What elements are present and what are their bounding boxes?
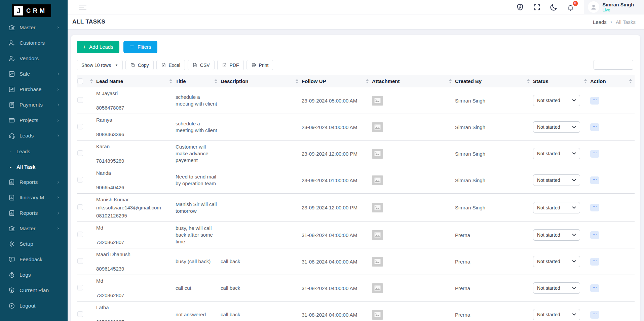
- notifications-bell-icon[interactable]: 0: [567, 3, 574, 11]
- sidebar-item-leads[interactable]: Leads: [0, 128, 68, 144]
- export-csv-button[interactable]: CSV: [188, 60, 215, 70]
- user-panel[interactable]: Simran Singh Live: [584, 0, 644, 14]
- created-by-cell: Simran Singh: [454, 87, 532, 114]
- follow-up-cell: 31-08-2024 04:00:00 AM: [301, 222, 371, 248]
- sidebar-item-vendors[interactable]: Vendors: [0, 51, 68, 66]
- sidebar-item-logs[interactable]: Logs: [0, 267, 68, 283]
- sidebar-item-sale[interactable]: Sale: [0, 66, 68, 82]
- status-dropdown[interactable]: Not started: [533, 121, 580, 133]
- table-row: Karan7814895289Customer will make advanc…: [77, 141, 635, 167]
- lead-name-cell: Maari Dhanush8096145239: [96, 248, 175, 275]
- sidebar-item-leads[interactable]: -Leads: [0, 144, 68, 159]
- lead-name: Md: [96, 278, 173, 284]
- status-dropdown[interactable]: Not started: [533, 309, 580, 320]
- fullscreen-icon[interactable]: [533, 3, 541, 11]
- description-cell: [220, 222, 301, 248]
- row-actions-button[interactable]: ...: [590, 123, 599, 131]
- sidebar-item-all-task[interactable]: -All Task: [0, 159, 68, 174]
- row-actions-button[interactable]: ...: [590, 204, 599, 211]
- attachment-cell: [371, 87, 454, 114]
- bank-icon: [8, 225, 15, 232]
- status-dropdown[interactable]: Not started: [533, 174, 580, 186]
- column-header-attachment[interactable]: Attachment: [371, 75, 454, 87]
- row-checkbox[interactable]: [77, 124, 83, 129]
- menu-toggle-icon[interactable]: [79, 4, 87, 11]
- status-cell: Not started: [532, 87, 590, 114]
- row-checkbox[interactable]: [77, 204, 83, 210]
- lead-name: Nanda: [96, 170, 173, 176]
- row-checkbox[interactable]: [77, 232, 83, 237]
- chevron-right-icon: [55, 87, 62, 91]
- select-all-checkbox[interactable]: [77, 78, 83, 84]
- status-dropdown[interactable]: Not started: [533, 95, 580, 106]
- table-row: Ramya8088463396schedule a meeting with c…: [77, 114, 635, 141]
- breadcrumb-parent[interactable]: Leads: [593, 19, 607, 25]
- status-dropdown[interactable]: Not started: [533, 229, 580, 241]
- attachment-cell: [371, 302, 454, 321]
- row-checkbox[interactable]: [77, 311, 83, 317]
- export-copy-button[interactable]: Copy: [125, 60, 154, 70]
- export-pdf-button[interactable]: PDF: [217, 60, 244, 70]
- row-actions-button[interactable]: ...: [590, 231, 599, 239]
- row-actions-button[interactable]: ...: [590, 311, 599, 319]
- all-tasks-card: + Add Leads Fliters Show 10 rows: [71, 35, 640, 321]
- brand-logo[interactable]: J CRM: [12, 4, 51, 17]
- shield-bolt-icon[interactable]: [516, 3, 524, 11]
- row-checkbox[interactable]: [77, 258, 83, 264]
- status-dropdown[interactable]: Not started: [533, 282, 580, 294]
- created-by-cell: Simran Singh: [454, 167, 532, 194]
- sidebar-item-setup[interactable]: Setup: [0, 236, 68, 252]
- status-dropdown[interactable]: Not started: [533, 256, 580, 267]
- user-check-icon: [8, 40, 15, 46]
- main-area: 0 Simran Singh Live ALL TASKS Leads › Al…: [68, 0, 644, 321]
- column-header-select[interactable]: [77, 75, 96, 87]
- filters-button[interactable]: Fliters: [123, 41, 157, 53]
- row-actions-button[interactable]: ...: [590, 150, 599, 158]
- status-cell: Not started: [532, 302, 590, 321]
- row-actions-button[interactable]: ...: [590, 97, 599, 105]
- dark-mode-moon-icon[interactable]: [550, 3, 558, 11]
- column-header-status[interactable]: Status: [532, 75, 590, 87]
- chevron-right-icon: [55, 72, 62, 76]
- sidebar-item-customers[interactable]: Customers: [0, 35, 68, 51]
- export-excel-button[interactable]: Excel: [156, 60, 185, 70]
- user-check-icon: [8, 55, 15, 62]
- sidebar-item-purchase[interactable]: Purchase: [0, 82, 68, 97]
- table-row: Nanda9066540426Need to send mail by oper…: [77, 167, 635, 194]
- row-checkbox[interactable]: [77, 285, 83, 290]
- row-actions-button[interactable]: ...: [590, 284, 599, 292]
- row-actions-button[interactable]: ...: [590, 176, 599, 184]
- sidebar-item-current-plan[interactable]: Current Plan: [0, 283, 68, 298]
- sidebar-item-projects[interactable]: Projects: [0, 113, 68, 128]
- column-header-action[interactable]: Action: [590, 75, 635, 87]
- show-rows-label: Show 10 rows: [81, 63, 111, 68]
- image-placeholder-icon: [372, 283, 383, 293]
- table-search-input[interactable]: [594, 60, 633, 70]
- row-checkbox[interactable]: [77, 177, 83, 183]
- column-header-follow-up[interactable]: Follow UP: [301, 75, 371, 87]
- app-root: J CRM MasterCustomersVendorsSalePurchase…: [0, 0, 644, 321]
- sidebar-item-master[interactable]: Master: [0, 20, 68, 35]
- sidebar-item-itinerary-master[interactable]: Itinerary Master: [0, 190, 68, 205]
- sidebar-item-reports[interactable]: Reports: [0, 174, 68, 190]
- lead-email: [96, 286, 173, 290]
- sidebar-item-master[interactable]: Master: [0, 221, 68, 236]
- column-header-created-by[interactable]: Created By: [454, 75, 532, 87]
- headset-icon: [8, 132, 15, 139]
- row-checkbox[interactable]: [77, 150, 83, 156]
- sidebar-item-reports[interactable]: Reports: [0, 205, 68, 221]
- column-header-title[interactable]: Title: [175, 75, 220, 87]
- table-row: Md7320862807busy, he will call back aftt…: [77, 222, 635, 248]
- export-print-button[interactable]: Print: [247, 60, 273, 70]
- sidebar-item-logout[interactable]: Logout: [0, 298, 68, 314]
- column-header-description[interactable]: Description: [220, 75, 301, 87]
- sidebar-item-payments[interactable]: Payments: [0, 97, 68, 113]
- status-dropdown[interactable]: Not started: [533, 202, 580, 213]
- row-actions-button[interactable]: ...: [590, 258, 599, 266]
- status-dropdown[interactable]: Not started: [533, 148, 580, 159]
- column-header-lead-name[interactable]: Lead Name: [96, 75, 175, 87]
- add-leads-button[interactable]: + Add Leads: [77, 41, 119, 53]
- show-rows-dropdown[interactable]: Show 10 rows ▼: [77, 60, 123, 70]
- sidebar-item-feedback[interactable]: Feedback: [0, 252, 68, 267]
- row-checkbox[interactable]: [77, 97, 83, 103]
